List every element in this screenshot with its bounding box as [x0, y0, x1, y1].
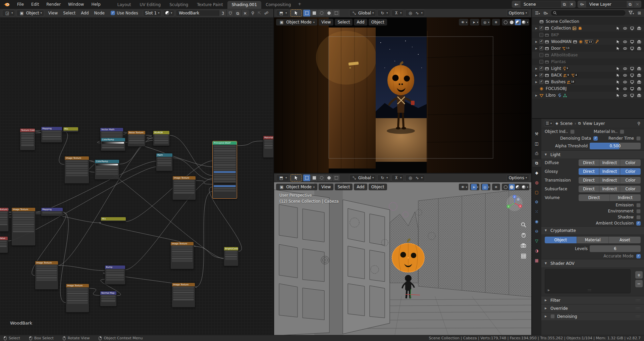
material-copy-button[interactable]: ⧉ [234, 10, 241, 16]
properties-tab-tool[interactable]: ⚒ [532, 130, 541, 138]
show-gizmo-visibility-button[interactable]: 👁 [460, 184, 466, 190]
workspace-tab-layout[interactable]: Layout [113, 1, 136, 9]
pivot-point-dropdown[interactable]: ↻▾ [377, 10, 390, 16]
disable-render-toggle[interactable] [637, 93, 641, 98]
shading-solid-button[interactable] [509, 19, 515, 25]
select-mode-circle[interactable] [318, 175, 325, 181]
node-principled[interactable]: Principled BSDF [212, 141, 237, 199]
shader-menu-select[interactable]: Select [60, 9, 78, 17]
disable-render-toggle[interactable] [637, 66, 641, 71]
shadow-checkbox[interactable] [636, 215, 641, 220]
breadcrumb-view-layer[interactable]: View Layer [583, 121, 605, 126]
snap-dropdown[interactable]: ⊼▾ [391, 175, 404, 181]
shading-wireframe-button[interactable] [503, 184, 509, 190]
denoising-checkbox[interactable] [550, 314, 555, 319]
collection-checkbox[interactable] [539, 66, 543, 70]
properties-tab-view-layer[interactable]: ⧉ [532, 159, 541, 167]
disable-viewports-toggle[interactable] [630, 40, 634, 44]
outliner-row-bushes[interactable]: ▶Bushes18 [532, 79, 644, 85]
toggle-view-grid-icon[interactable] [521, 253, 527, 259]
volume-direct-button[interactable]: Direct [579, 194, 610, 201]
hide-viewport-toggle[interactable] [623, 66, 627, 71]
editor-type-button[interactable]: ⬒▾ [276, 175, 289, 181]
overlays-toggle[interactable]: ◎ [482, 19, 488, 25]
selectable-toggle[interactable] [616, 87, 620, 91]
fake-user-shield-icon[interactable]: ⛉ [226, 10, 234, 16]
collection-checkbox[interactable] [539, 46, 543, 50]
menu-file[interactable]: File [13, 2, 28, 7]
gizmos-toggle[interactable]: ➤ [471, 19, 477, 25]
breadcrumb-scene[interactable]: Scene [560, 121, 573, 126]
ambient-occlusion-checkbox[interactable] [636, 221, 641, 226]
levels-field[interactable]: 6 [590, 245, 641, 252]
vpr-menu-object[interactable]: Object [369, 19, 387, 26]
vpw-menu-select[interactable]: Select [335, 184, 353, 190]
node-texcoord2[interactable]: Texture Coordinate [0, 207, 9, 232]
expand-arrow-icon[interactable]: ▶ [535, 40, 538, 43]
collection-checkbox[interactable] [539, 33, 543, 37]
outliner-row-back[interactable]: ▶BACK94 [532, 72, 644, 79]
workspace-tab-sculpting[interactable]: Sculpting [165, 1, 193, 9]
material-users-count[interactable]: 3 [219, 10, 226, 16]
outliner-display-mode-dropdown[interactable]: ☰▾ [534, 11, 541, 15]
expand-arrow-icon[interactable]: ▶ [535, 74, 538, 77]
select-mode-box[interactable] [303, 10, 310, 16]
scene-name[interactable]: Scene [521, 2, 560, 7]
node-imgtex3[interactable]: Image Texture [11, 207, 36, 246]
pivot-point-dropdown[interactable]: ↻▾ [377, 175, 390, 181]
options-dropdown[interactable]: Options▾ [506, 10, 529, 16]
disable-viewports-toggle[interactable] [630, 87, 634, 91]
render-region-button[interactable]: ⧈ [493, 184, 499, 190]
mode-dropdown[interactable]: ▣ Object Mode▾ [276, 184, 317, 190]
editor-type-button[interactable]: ◲▾ [2, 10, 15, 16]
shader-menu-view[interactable]: View [46, 9, 60, 17]
new-collection-button[interactable]: ⊞ [637, 11, 642, 15]
hide-viewport-toggle[interactable] [623, 73, 627, 78]
denoising-data-checkbox[interactable] [593, 136, 598, 141]
pin-id-icon[interactable]: ⚲ [636, 121, 641, 126]
collection-checkbox[interactable] [539, 40, 543, 44]
volume-indirect-button[interactable]: Indirect [610, 194, 641, 201]
vpr-menu-select[interactable]: Select [335, 19, 353, 26]
collection-checkbox[interactable] [539, 53, 543, 57]
diffuse-color-button[interactable]: Color [620, 159, 641, 166]
shader-type-dropdown[interactable]: ▣ Object▾ [16, 10, 44, 16]
slot-dropdown[interactable]: Slot 1▾ [143, 10, 162, 16]
shader-menu-add[interactable]: Add [78, 9, 91, 17]
expand-arrow-icon[interactable]: ▶ [535, 81, 538, 84]
outliner-row-libro[interactable]: ▶Libro [532, 92, 644, 99]
disable-viewports-toggle[interactable] [630, 46, 634, 51]
expand-arrow-icon[interactable]: ▶ [535, 47, 538, 50]
scene-icon[interactable]: ◈▾ [512, 1, 521, 7]
diffuse-indirect-button[interactable]: Indirect [599, 159, 620, 166]
vpw-menu-object[interactable]: Object [369, 184, 387, 190]
outliner-row-arbolitobase[interactable]: ARbolitoBase [532, 52, 644, 58]
workspace-tab-uv-editing[interactable]: UV Editing [136, 1, 165, 9]
node-imgtex5[interactable]: Image Texture [66, 284, 89, 312]
node-math1[interactable]: Math [156, 153, 173, 171]
properties-tab-output[interactable]: ⎙ [532, 150, 541, 157]
node-imgtex7[interactable]: Image Texture [172, 283, 195, 307]
glossy-color-button[interactable]: Color [620, 168, 641, 175]
menu-window[interactable]: Window [64, 2, 88, 7]
subsurface-direct-button[interactable]: Direct [579, 186, 599, 192]
disable-viewports-toggle[interactable] [630, 73, 634, 78]
transmission-color-button[interactable]: Color [620, 177, 641, 184]
shader-aov-list[interactable]: ▶ :::: [545, 269, 631, 293]
node-mixthin[interactable]: Mix [101, 217, 126, 222]
node-imgtex4[interactable]: Image Texture [35, 261, 58, 290]
properties-tab-physics[interactable]: ◉ [532, 218, 541, 225]
node-value1[interactable]: Value [0, 236, 8, 253]
node-mixrgb1[interactable]: MixRGB [153, 131, 170, 146]
hide-viewport-toggle[interactable] [623, 26, 627, 31]
properties-tab-scene[interactable]: ◆ [532, 169, 541, 177]
outliner-row-bkp[interactable]: BKP [532, 32, 644, 38]
outliner-row-woodman[interactable]: ▶WoodMAN13 [532, 38, 644, 45]
collection-checkbox[interactable] [539, 60, 543, 64]
outliner-row-plantas[interactable]: Plantas [532, 58, 644, 65]
properties-tab-texture[interactable]: ▦ [532, 257, 541, 264]
overlays-toggle[interactable]: ◎ [482, 184, 488, 190]
add-workspace-button[interactable]: + [295, 0, 304, 8]
cryptomatte-object-button[interactable]: Object [545, 237, 577, 243]
shading-material-button[interactable] [515, 184, 521, 190]
